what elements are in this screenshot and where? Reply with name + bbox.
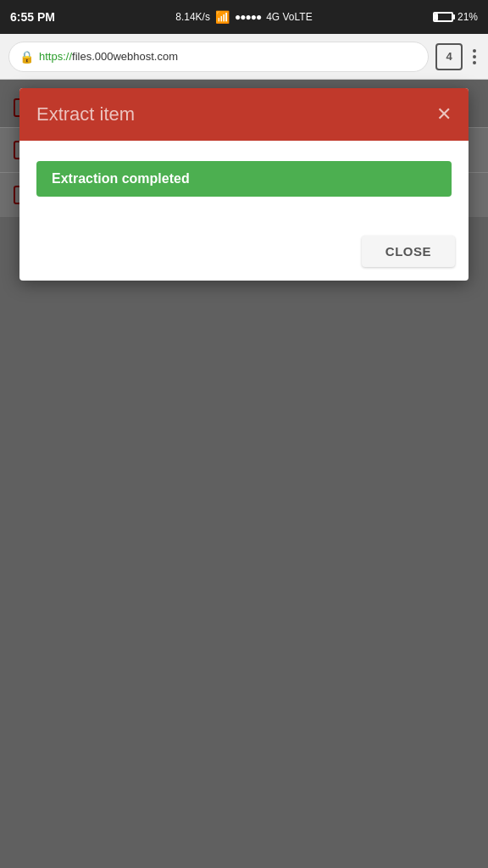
battery-fill: [435, 14, 438, 20]
dialog-header: Extract item ✕: [19, 88, 469, 141]
battery-bar: [433, 12, 453, 22]
dialog-close-icon[interactable]: ✕: [436, 103, 452, 125]
status-time: 6:55 PM: [10, 10, 55, 24]
browser-menu-button[interactable]: [469, 46, 480, 68]
address-bar[interactable]: 🔒 https://files.000webhost.com: [8, 42, 429, 72]
tabs-button[interactable]: 4: [435, 43, 463, 70]
menu-dot-2: [473, 55, 476, 58]
close-button[interactable]: CLOSE: [362, 236, 455, 267]
menu-dot-3: [473, 61, 476, 64]
extract-dialog: Extract item ✕ Extraction completed CLOS…: [19, 88, 469, 281]
signal-icon: ●●●●●: [235, 11, 261, 23]
status-center: 8.14K/s 📶 ●●●●● 4G VoLTE: [175, 10, 312, 24]
status-bar: 6:55 PM 8.14K/s 📶 ●●●●● 4G VoLTE 21%: [0, 0, 488, 34]
dialog-title: Extract item: [36, 103, 135, 125]
status-right: 21%: [433, 11, 478, 23]
url-protocol: https://: [39, 50, 72, 63]
lock-icon: 🔒: [19, 50, 34, 64]
file-manager: Name ▼ 📁 Facebook 📄 responsive-facebook.…: [0, 80, 488, 868]
wifi-icon: 📶: [215, 10, 230, 24]
browser-bar: 🔒 https://files.000webhost.com 4: [0, 34, 488, 80]
menu-dot-1: [473, 49, 476, 53]
url-host: files.000webhost.com: [72, 50, 178, 63]
battery-percent: 21%: [458, 11, 478, 23]
battery-indicator: [433, 12, 453, 22]
dialog-body: Extraction completed: [19, 141, 469, 227]
dialog-actions: CLOSE: [19, 227, 469, 281]
modal-overlay: Extract item ✕ Extraction completed CLOS…: [0, 80, 488, 868]
success-banner: Extraction completed: [36, 161, 452, 197]
url-display: https://files.000webhost.com: [39, 50, 178, 63]
network-speed: 8.14K/s: [175, 11, 210, 23]
network-type: 4G VoLTE: [266, 11, 312, 23]
